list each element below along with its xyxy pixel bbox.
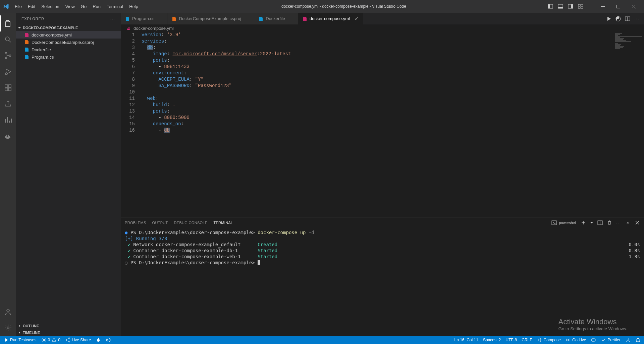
code-line[interactable]: version: '3.9' bbox=[142, 32, 614, 38]
status-run-testcases[interactable]: Run Testcases bbox=[3, 337, 37, 343]
code-line[interactable]: build: . bbox=[142, 102, 614, 108]
menu-edit[interactable]: Edit bbox=[25, 3, 38, 10]
activity-docker-icon[interactable] bbox=[0, 128, 16, 144]
file-item[interactable]: DockerComposeExample.csproj bbox=[16, 39, 121, 46]
toggle-primary-sidebar-icon[interactable] bbox=[547, 3, 554, 10]
menu-file[interactable]: File bbox=[12, 3, 24, 10]
code-line[interactable]: db: bbox=[142, 45, 614, 51]
sidebar-timeline-header[interactable]: TIMELINE bbox=[16, 329, 121, 336]
panel-tab-debug-console[interactable]: DEBUG CONSOLE bbox=[174, 219, 208, 227]
code-line[interactable]: ports: bbox=[142, 57, 614, 64]
run-icon[interactable] bbox=[606, 16, 611, 21]
status-live-share[interactable]: Live Share bbox=[65, 337, 91, 343]
status-errors[interactable]: 0 0 bbox=[41, 337, 60, 343]
status-language[interactable]: Compose bbox=[537, 337, 561, 343]
window-maximize-button[interactable] bbox=[610, 0, 626, 13]
errors-count: 0 bbox=[48, 338, 50, 342]
window-close-button[interactable] bbox=[626, 0, 641, 13]
close-tab-icon[interactable] bbox=[354, 16, 359, 21]
breadcrumb[interactable]: docker-compose.yml bbox=[121, 24, 644, 32]
chevron-right-icon bbox=[17, 323, 22, 329]
file-item[interactable]: Program.cs bbox=[16, 53, 121, 61]
file-item[interactable]: docker-compose.yml bbox=[16, 31, 121, 39]
activity-graph-icon[interactable] bbox=[0, 112, 16, 128]
sidebar-more-icon[interactable]: ··· bbox=[110, 17, 115, 21]
terminal-shell-icon[interactable]: powershell bbox=[551, 220, 577, 225]
menu-view[interactable]: View bbox=[63, 3, 77, 10]
status-flame-icon[interactable] bbox=[96, 337, 101, 343]
file-item[interactable]: Dockerfile bbox=[16, 46, 121, 53]
split-editor-icon[interactable] bbox=[625, 16, 630, 21]
customize-layout-icon[interactable] bbox=[577, 3, 584, 10]
code-line[interactable]: services: bbox=[142, 38, 614, 45]
code-line[interactable]: environment: bbox=[142, 70, 614, 76]
editor-tab[interactable]: Dockerfile bbox=[254, 13, 298, 24]
code-line[interactable]: image: mcr.microsoft.com/mssql/server:20… bbox=[142, 51, 614, 57]
code-editor[interactable]: 12345678910111213141516 version: '3.9'se… bbox=[121, 32, 644, 217]
panel-more-icon[interactable]: ··· bbox=[616, 221, 621, 225]
activity-extensions-icon[interactable] bbox=[0, 80, 16, 96]
activity-search-icon[interactable] bbox=[0, 31, 16, 48]
window-minimize-button[interactable] bbox=[595, 0, 610, 13]
menu-help[interactable]: Help bbox=[126, 3, 141, 10]
activity-settings-icon[interactable] bbox=[0, 320, 16, 336]
terminal-dropdown-icon[interactable] bbox=[590, 221, 593, 224]
menu-selection[interactable]: Selection bbox=[39, 3, 62, 10]
activity-source-control-icon[interactable] bbox=[0, 48, 16, 64]
status-copilot-icon[interactable] bbox=[591, 337, 596, 343]
close-panel-icon[interactable] bbox=[635, 220, 640, 225]
editor-tab[interactable]: docker-compose.yml bbox=[298, 13, 363, 24]
split-terminal-icon[interactable] bbox=[597, 220, 603, 225]
yin-yang-icon[interactable] bbox=[615, 16, 621, 21]
more-actions-icon[interactable]: ··· bbox=[634, 16, 640, 21]
project-name: DOCKER-COMPOSE-EXAMPLE bbox=[23, 26, 78, 30]
status-go-live[interactable]: Go Live bbox=[566, 337, 586, 343]
kill-terminal-icon[interactable] bbox=[607, 220, 612, 225]
activity-account-icon[interactable] bbox=[0, 304, 16, 320]
menu-run[interactable]: Run bbox=[90, 3, 103, 10]
svg-point-14 bbox=[5, 57, 7, 59]
status-spaces[interactable]: Spaces: 2 bbox=[483, 338, 501, 342]
panel-tab-problems[interactable]: PROBLEMS bbox=[125, 219, 146, 227]
status-smile-icon[interactable] bbox=[106, 337, 111, 343]
editor-tab[interactable]: DockerComposeExample.csproj bbox=[167, 13, 254, 24]
file-name: DockerComposeExample.csproj bbox=[32, 40, 94, 45]
menu-go[interactable]: Go bbox=[78, 3, 89, 10]
code-line[interactable]: - db bbox=[142, 127, 614, 134]
activity-explorer-icon[interactable] bbox=[0, 15, 16, 31]
code-line[interactable]: web: bbox=[142, 95, 614, 102]
terminal-body[interactable]: ● PS D:\DockerExamples\docker-compose-ex… bbox=[121, 228, 644, 336]
code-line[interactable]: depends_on: bbox=[142, 121, 614, 127]
toggle-panel-icon[interactable] bbox=[557, 3, 564, 10]
maximize-panel-icon[interactable] bbox=[625, 220, 631, 225]
tab-file-icon bbox=[302, 16, 308, 21]
status-encoding[interactable]: UTF-8 bbox=[505, 338, 517, 342]
status-bell-icon[interactable] bbox=[635, 337, 641, 343]
editor-tab[interactable]: Program.cs bbox=[121, 13, 167, 24]
status-feedback-icon[interactable] bbox=[625, 337, 631, 343]
minimap[interactable] bbox=[614, 32, 644, 217]
code-line[interactable]: SA_PASSWORD: "Password123" bbox=[142, 83, 614, 89]
status-cursor[interactable]: Ln 16, Col 11 bbox=[454, 338, 478, 342]
code-content[interactable]: version: '3.9'services: db: image: mcr.m… bbox=[142, 32, 614, 217]
panel-tab-output[interactable]: OUTPUT bbox=[152, 219, 168, 227]
activity-run-debug-icon[interactable] bbox=[0, 64, 16, 80]
svg-rect-5 bbox=[571, 4, 573, 8]
menu-terminal[interactable]: Terminal bbox=[104, 3, 126, 10]
code-line[interactable]: ACCEPT_EULA: "Y" bbox=[142, 76, 614, 83]
sidebar-project-header[interactable]: DOCKER-COMPOSE-EXAMPLE bbox=[16, 24, 121, 31]
sidebar-outline-header[interactable]: OUTLINE bbox=[16, 323, 121, 329]
file-icon bbox=[24, 32, 30, 38]
status-prettier[interactable]: Prettier bbox=[601, 337, 621, 343]
vscode-logo-icon bbox=[3, 3, 9, 10]
panel-tab-terminal[interactable]: TERMINAL bbox=[213, 219, 233, 227]
new-terminal-icon[interactable] bbox=[581, 220, 586, 225]
code-line[interactable] bbox=[142, 89, 614, 95]
toggle-secondary-sidebar-icon[interactable] bbox=[567, 3, 574, 10]
code-line[interactable]: ports: bbox=[142, 108, 614, 115]
svg-rect-18 bbox=[5, 88, 8, 91]
code-line[interactable]: - 8081:1433 bbox=[142, 64, 614, 70]
code-line[interactable]: - 8080:5000 bbox=[142, 115, 614, 121]
activity-share-icon[interactable] bbox=[0, 96, 16, 112]
status-eol[interactable]: CRLF bbox=[522, 338, 532, 342]
